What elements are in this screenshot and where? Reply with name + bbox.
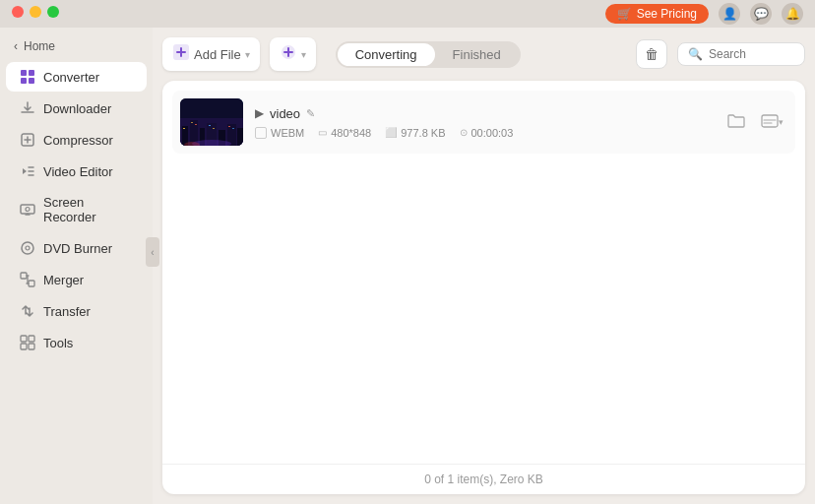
content-area: Add File ▾ ▾ Converting Finished 🗑 [153,28,815,504]
home-button[interactable]: ‹ Home [0,35,153,61]
file-size: 977.8 KB [401,127,445,139]
svg-rect-5 [21,205,34,214]
resolution-meta: ▭ 480*848 [318,127,371,139]
sidebar-item-merger[interactable]: Merger [6,265,147,294]
bell-icon-button[interactable]: 🔔 [782,3,803,25]
add-file-label: Add File [194,47,241,62]
file-duration: 00:00:03 [471,127,514,139]
add-media-button[interactable]: ▾ [270,37,316,71]
subtitle-options-button[interactable]: ▾ [757,109,787,136]
svg-rect-35 [762,115,778,127]
svg-rect-32 [232,128,234,129]
svg-rect-0 [21,70,27,76]
tab-converting[interactable]: Converting [338,43,435,66]
format-meta: WEBM [255,127,304,139]
status-bar: 0 of 1 item(s), Zero KB [162,464,805,494]
downloader-icon [20,100,35,116]
duration-meta: ⊙ 00:00:03 [460,127,514,139]
svg-rect-10 [29,281,34,286]
svg-rect-13 [21,344,27,349]
close-button[interactable] [12,6,24,18]
thumbnail-svg [180,98,243,146]
search-box[interactable]: 🔍 [677,42,805,66]
sidebar-item-converter[interactable]: Converter [6,62,147,92]
sidebar: ‹ Home Converter Downloader [0,28,153,504]
edit-icon[interactable]: ✎ [306,107,315,120]
sidebar-item-tools[interactable]: Tools [6,328,147,357]
bell-icon: 🔔 [785,7,800,21]
sidebar-item-screen-recorder[interactable]: Screen Recorder [6,188,147,231]
file-format: WEBM [271,127,304,139]
message-icon: 💬 [754,7,769,21]
collapse-sidebar-button[interactable]: ‹ [146,237,159,267]
file-info: ▶ video ✎ WEBM ▭ 480*848 [255,106,712,139]
svg-rect-11 [21,336,27,342]
sidebar-item-transfer[interactable]: Transfer [6,296,147,326]
message-icon-button[interactable]: 💬 [750,3,772,25]
svg-rect-2 [21,78,27,84]
home-label: Home [24,39,55,53]
format-checkbox [255,127,267,139]
folder-icon [727,113,745,132]
add-file-chevron-icon: ▾ [245,49,250,60]
see-pricing-button[interactable]: 🛒 See Pricing [605,4,709,24]
minimize-button[interactable] [30,6,41,18]
screen-recorder-label: Screen Recorder [43,195,133,224]
svg-rect-9 [21,273,27,279]
file-resolution: 480*848 [331,127,371,139]
cart-icon: 🛒 [617,7,632,21]
svg-rect-28 [195,124,197,125]
file-list: ▶ video ✎ WEBM ▭ 480*848 [162,81,805,464]
add-file-button[interactable]: Add File ▾ [162,37,260,71]
add-file-icon [172,43,190,65]
duration-icon: ⊙ [460,127,468,138]
transfer-label: Transfer [43,304,91,319]
file-meta: WEBM ▭ 480*848 ⬜ 977.8 KB ⊙ [255,127,712,139]
tools-label: Tools [43,336,73,350]
video-type-icon: ▶ [255,106,264,120]
sidebar-item-downloader[interactable]: Downloader [6,94,147,123]
sidebar-item-compressor[interactable]: Compressor [6,125,147,155]
sidebar-item-dvd-burner[interactable]: DVD Burner [6,233,147,263]
compressor-label: Compressor [43,133,113,148]
search-input[interactable] [709,47,797,61]
trash-icon: 🗑 [645,46,658,62]
file-actions: ▾ [723,109,787,136]
toolbar: Add File ▾ ▾ Converting Finished 🗑 [162,37,805,71]
main-layout: ‹ Home Converter Downloader [0,28,815,504]
svg-point-8 [26,246,30,250]
delete-button[interactable]: 🗑 [636,39,667,69]
maximize-button[interactable] [47,6,59,18]
add-media-icon [280,43,297,65]
dvd-burner-label: DVD Burner [43,241,112,256]
transfer-icon [20,303,35,319]
sidebar-item-video-editor[interactable]: Video Editor [6,157,147,186]
tools-icon [20,335,35,350]
svg-point-7 [22,242,33,254]
svg-rect-12 [29,336,34,342]
svg-rect-3 [29,78,34,84]
svg-rect-30 [213,128,215,129]
svg-rect-26 [183,128,185,129]
svg-rect-14 [29,344,34,349]
video-editor-label: Video Editor [43,164,113,179]
open-folder-button[interactable] [723,109,749,136]
tab-finished[interactable]: Finished [435,43,519,66]
converter-label: Converter [43,70,99,85]
chevron-down-icon: ▾ [779,117,784,127]
add-media-chevron-icon: ▾ [301,49,306,60]
svg-rect-25 [237,128,243,146]
subtitle-icon [761,113,779,132]
table-row: ▶ video ✎ WEBM ▭ 480*848 [172,91,795,154]
search-icon: 🔍 [688,47,703,61]
converter-icon [20,69,35,85]
chevron-left-icon: ‹ [151,247,154,258]
see-pricing-label: See Pricing [637,7,697,21]
traffic-lights [12,6,59,18]
screen-recorder-icon [20,202,35,218]
user-icon: 👤 [722,7,737,21]
video-editor-icon [20,163,35,179]
svg-rect-31 [228,126,230,127]
file-name-row: ▶ video ✎ [255,106,712,121]
user-icon-button[interactable]: 👤 [719,3,740,25]
